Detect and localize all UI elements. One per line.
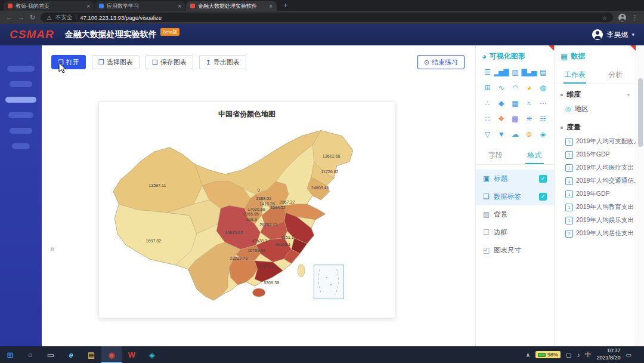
- map-chart-icon[interactable]: ◈: [540, 131, 545, 139]
- step-line-icon[interactable]: ≈: [527, 100, 531, 107]
- treemap-icon[interactable]: ❖: [498, 115, 504, 123]
- line-chart-icon[interactable]: ∿: [499, 84, 504, 92]
- battery-indicator[interactable]: 98%: [535, 351, 561, 358]
- table-chart-icon[interactable]: ⊞: [484, 84, 490, 92]
- checkbox-checked[interactable]: ✓: [539, 193, 547, 201]
- taskbar-edge-icon[interactable]: e: [61, 346, 81, 363]
- data-panel-title: 数据: [571, 51, 585, 61]
- bar-vertical-icon[interactable]: ▂▅▇: [494, 69, 509, 76]
- tab-worksheet[interactable]: 工作表: [555, 66, 595, 84]
- url-field[interactable]: ⚠ 不安全 47.100.223.13:93/page/visualize ☆: [41, 13, 613, 22]
- tab-close-icon[interactable]: ×: [178, 3, 181, 10]
- measure-item[interactable]: 12019年GDP: [555, 187, 636, 201]
- map-region-23[interactable]: [298, 264, 305, 277]
- format-row[interactable]: ❏数据标签✓: [476, 187, 554, 205]
- grid-chart-icon[interactable]: ▩: [512, 115, 518, 123]
- measure-item[interactable]: 12019年人均娱乐支出: [555, 214, 636, 227]
- pie-chart-icon[interactable]: ◕: [527, 84, 531, 92]
- heatmap-icon[interactable]: ▦: [512, 100, 518, 107]
- sidebar-item[interactable]: [7, 66, 35, 72]
- save-chart-button[interactable]: ❏保存图表: [145, 55, 193, 69]
- browser-tab[interactable]: 教师-我的首页×: [4, 1, 94, 11]
- refresh-icon[interactable]: ↻: [30, 14, 35, 21]
- export-chart-button[interactable]: ↥导出图表: [199, 55, 246, 69]
- bookmark-star-icon[interactable]: ☆: [602, 14, 607, 21]
- taskbar-file-explorer-icon[interactable]: ▤: [81, 346, 101, 363]
- measure-section-header[interactable]: 度量: [555, 117, 636, 135]
- forward-icon[interactable]: →: [18, 14, 24, 21]
- taskbar-wps-icon[interactable]: W: [122, 346, 142, 363]
- measure-item[interactable]: 12019年人均居住支出: [555, 227, 636, 240]
- back-icon[interactable]: ←: [6, 14, 13, 21]
- area-chart-icon[interactable]: ◠: [512, 84, 518, 92]
- display-icon[interactable]: ▢: [566, 352, 571, 358]
- chart-canvas[interactable]: 中国省份颜色地图: [98, 101, 395, 318]
- dimension-item-region[interactable]: ◎ 地区: [555, 102, 636, 117]
- nested-pie-icon[interactable]: ⊚: [526, 131, 531, 139]
- dimension-section-header[interactable]: 维度 ▾: [555, 84, 636, 102]
- select-chart-button[interactable]: ❒选择图表: [92, 55, 140, 69]
- taskbar-search-icon[interactable]: ○: [20, 346, 41, 363]
- browser-menu-icon[interactable]: ⋮: [631, 14, 638, 21]
- measure-item[interactable]: 12019年人均医疗支出: [555, 161, 636, 174]
- taskbar-chrome-icon[interactable]: ◉: [101, 346, 122, 363]
- measure-label: 2019年人均教育支出: [576, 203, 634, 211]
- map-region-22[interactable]: [252, 288, 265, 297]
- new-tab-button[interactable]: +: [283, 1, 288, 10]
- tab-field[interactable]: 字段: [476, 147, 515, 164]
- bubble-chart-icon[interactable]: ∷: [485, 115, 490, 123]
- pyramid-chart-icon[interactable]: ▼: [498, 131, 504, 139]
- clock[interactable]: 10:37 2021/8/20: [597, 347, 621, 361]
- tray-expand-icon[interactable]: ∧: [526, 352, 530, 358]
- action-center-icon[interactable]: ▭: [626, 352, 631, 358]
- tab-close-icon[interactable]: ×: [269, 3, 273, 10]
- wordcloud-icon[interactable]: ☁: [512, 131, 518, 139]
- donut-chart-icon[interactable]: ◍: [540, 84, 545, 92]
- bar-grouped-icon[interactable]: ▤: [540, 69, 546, 76]
- taskbar-dingtalk-icon[interactable]: ◈: [142, 346, 162, 363]
- volume-icon[interactable]: ♪: [577, 352, 580, 358]
- measure-item[interactable]: 12019年人均可支配收入: [555, 135, 636, 148]
- browser-tab[interactable]: 金融大数据处理实验软件×: [186, 1, 277, 11]
- sidebar-item[interactable]: [8, 112, 33, 118]
- funnel-chart-icon[interactable]: ▽: [485, 131, 490, 139]
- sidebar-expand-icon[interactable]: »: [50, 244, 55, 253]
- dot-plot-icon[interactable]: ⋯: [540, 100, 546, 107]
- tab-close-icon[interactable]: ×: [86, 3, 90, 10]
- bar-horizontal-icon[interactable]: ☰: [484, 69, 490, 76]
- format-row[interactable]: ▨背景: [476, 205, 554, 223]
- tab-format[interactable]: 格式: [515, 147, 555, 164]
- chevron-down-icon[interactable]: ▾: [627, 92, 630, 98]
- candlestick-icon[interactable]: ◆: [499, 100, 503, 107]
- gauge-chart-icon[interactable]: ☷: [540, 115, 546, 123]
- browser-tab[interactable]: 应用数学学习×: [95, 1, 185, 11]
- finish-practice-button[interactable]: ⊙结束练习: [417, 55, 465, 69]
- format-row[interactable]: ▣标题✓: [476, 170, 554, 187]
- ime-indicator[interactable]: 中: [586, 350, 592, 359]
- bar-stacked-icon[interactable]: ▇▃▅: [521, 69, 536, 76]
- open-button[interactable]: ❐打开: [51, 55, 86, 69]
- page-scrollbar[interactable]: [636, 45, 644, 346]
- format-row[interactable]: ☐边框: [476, 223, 554, 241]
- left-sidebar[interactable]: [0, 45, 42, 346]
- histogram-icon[interactable]: ▥: [512, 69, 518, 76]
- format-row[interactable]: ◰图表尺寸: [476, 241, 554, 259]
- taskbar-task-view-icon[interactable]: ▭: [41, 346, 61, 363]
- sidebar-item-active[interactable]: [5, 97, 36, 103]
- sidebar-item[interactable]: [12, 143, 30, 149]
- tab-analysis[interactable]: 分析: [595, 66, 636, 84]
- measure-item[interactable]: 12019年人均交通通信…: [555, 174, 636, 187]
- checkbox-checked[interactable]: ✓: [539, 175, 547, 183]
- measure-item[interactable]: 12019年人均教育支出: [555, 201, 636, 214]
- profile-avatar-icon[interactable]: [618, 14, 626, 21]
- radar-chart-icon[interactable]: ✳: [526, 115, 531, 123]
- taskbar-start-icon[interactable]: ⊞: [0, 346, 20, 363]
- sidebar-item[interactable]: [10, 81, 32, 87]
- scatter-chart-icon[interactable]: ∴: [485, 100, 490, 107]
- scrollbar-thumb[interactable]: [638, 78, 643, 147]
- measure-item[interactable]: 12015年GDP: [555, 148, 636, 161]
- china-choropleth-map[interactable]: 13597.111697.8213612.6811726.8224609.460…: [106, 121, 388, 312]
- sidebar-item[interactable]: [10, 128, 32, 134]
- map-region-0[interactable]: [113, 147, 202, 213]
- user-menu[interactable]: 李昊燃 ▾: [592, 29, 634, 40]
